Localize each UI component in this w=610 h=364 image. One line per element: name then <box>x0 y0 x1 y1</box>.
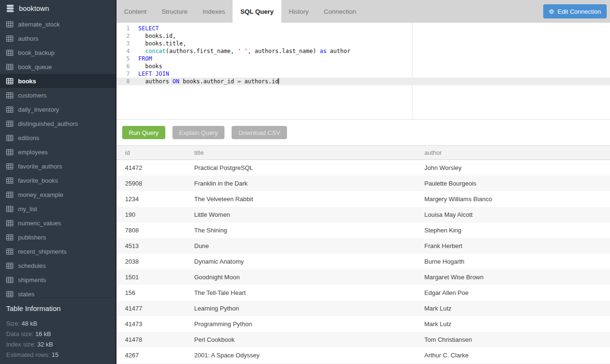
sidebar-item-shipments[interactable]: shipments <box>0 273 116 287</box>
tab-indexes[interactable]: Indexes <box>195 0 233 23</box>
sidebar-item-book-backup[interactable]: book_backup <box>0 45 116 60</box>
tab-content[interactable]: Content <box>117 0 154 23</box>
download-csv-button[interactable]: Download CSV <box>232 126 287 139</box>
table-row[interactable]: 1501Goodnight MoonMargaret Wise Brown <box>117 269 610 285</box>
sql-token: books.author_id <box>179 78 238 85</box>
table-cell[interactable]: 156 <box>117 285 186 301</box>
database-header[interactable]: booktown <box>0 0 116 17</box>
sidebar-item-customers[interactable]: customers <box>0 88 116 102</box>
table-cell[interactable]: 2038 <box>117 254 186 269</box>
table-cell[interactable]: Perl Cookbook <box>186 332 416 347</box>
table-name-label: daily_inventory <box>18 106 59 113</box>
tab-connection[interactable]: Connection <box>316 0 364 23</box>
results-area: idtitleauthor 41472Practical PostgreSQLJ… <box>117 145 610 364</box>
table-cell[interactable]: The Velveteen Rabbit <box>186 191 416 207</box>
table-cell[interactable]: 41472 <box>117 160 186 176</box>
table-cell[interactable]: The Shining <box>186 222 416 238</box>
explain-query-button[interactable]: Explain Query <box>172 126 224 139</box>
table-name-label: books <box>18 78 36 85</box>
sidebar-item-book-queue[interactable]: book_queue <box>0 60 116 74</box>
table-row[interactable]: 41478Perl CookbookTom Christiansen <box>117 332 610 347</box>
sidebar-item-employees[interactable]: employees <box>0 145 116 159</box>
table-cell[interactable]: John Worsley <box>416 160 610 176</box>
table-cell[interactable]: Margery Williams Bianco <box>416 191 610 207</box>
table-cell[interactable]: Franklin in the Dark <box>186 176 416 191</box>
table-info-stat-index-size-: Index size: 32 kB <box>6 339 109 350</box>
table-name-label: employees <box>18 149 48 156</box>
table-row[interactable]: 42672001: A Space OdysseyArthur C. Clark… <box>117 347 610 363</box>
table-cell[interactable]: Frank Herbert <box>416 238 610 254</box>
table-cell[interactable]: Stephen King <box>416 222 610 238</box>
table-cell[interactable]: 41477 <box>117 301 186 316</box>
table-cell[interactable]: Practical PostgreSQL <box>186 160 416 176</box>
sidebar-item-money-example[interactable]: money_example <box>0 187 116 202</box>
sql-editor[interactable]: 1SELECT2 books.id,3 books.title,4 concat… <box>117 23 610 120</box>
table-cell[interactable]: 41478 <box>117 332 186 347</box>
table-cell[interactable]: The Tell-Tale Heart <box>186 285 416 301</box>
sidebar-item-editions[interactable]: editions <box>0 131 116 145</box>
edit-connection-label: Edit Connection <box>557 8 601 15</box>
table-row[interactable]: 190Little WomenLouisa May Alcott <box>117 207 610 222</box>
table-cell[interactable]: Edgar Allen Poe <box>416 285 610 301</box>
table-cell[interactable]: 7808 <box>117 222 186 238</box>
run-query-button[interactable]: Run Query <box>122 126 165 139</box>
table-cell[interactable]: 41473 <box>117 316 186 332</box>
table-row[interactable]: 1234The Velveteen RabbitMargery Williams… <box>117 191 610 207</box>
table-cell[interactable]: Dynamic Anatomy <box>186 254 416 269</box>
sidebar-item-daily-inventory[interactable]: daily_inventory <box>0 102 116 116</box>
line-number: 7 <box>117 70 130 78</box>
tabs: ContentStructureIndexesSQL QueryHistoryC… <box>117 0 364 23</box>
table-row[interactable]: 7808The ShiningStephen King <box>117 222 610 238</box>
table-row[interactable]: 4513DuneFrank Herbert <box>117 238 610 254</box>
table-cell[interactable]: 4513 <box>117 238 186 254</box>
table-cell[interactable]: 25908 <box>117 176 186 191</box>
code-text: books.title, <box>138 40 186 47</box>
table-cell[interactable]: Mark Lutz <box>416 316 610 332</box>
table-cell[interactable]: Paulette Bourgeois <box>416 176 610 191</box>
stat-label: Index size: <box>6 341 36 348</box>
tab-bar-spacer <box>364 0 543 23</box>
sidebar-item-alternate-stock[interactable]: alternate_stock <box>0 17 116 31</box>
table-cell[interactable]: 4267 <box>117 347 186 363</box>
table-cell[interactable]: Burne Hogarth <box>416 254 610 269</box>
sidebar-item-recent-shipments[interactable]: recent_shipments <box>0 244 116 258</box>
table-cell[interactable]: Dune <box>186 238 416 254</box>
tab-sql-query[interactable]: SQL Query <box>233 0 281 23</box>
sidebar-item-distinguished-authors[interactable]: distinguished_authors <box>0 116 116 131</box>
table-cell[interactable]: 2001: A Space Odyssey <box>186 347 416 363</box>
table-row[interactable]: 25908Franklin in the DarkPaulette Bourge… <box>117 176 610 191</box>
sidebar-item-favorite-authors[interactable]: favorite_authors <box>0 159 116 173</box>
table-row[interactable]: 156The Tell-Tale HeartEdgar Allen Poe <box>117 285 610 301</box>
edit-connection-button[interactable]: ⚙ Edit Connection <box>543 4 607 18</box>
tab-history[interactable]: History <box>281 0 316 23</box>
table-row[interactable]: 41473Programming PythonMark Lutz <box>117 316 610 332</box>
sidebar-item-authors[interactable]: authors <box>0 31 116 45</box>
table-cell[interactable]: Mark Lutz <box>416 301 610 316</box>
table-cell[interactable]: Little Women <box>186 207 416 222</box>
table-cell[interactable]: Margaret Wise Brown <box>416 269 610 285</box>
sidebar-item-books[interactable]: books <box>0 74 116 88</box>
sidebar-item-publishers[interactable]: publishers <box>0 230 116 244</box>
table-cell[interactable]: Learning Python <box>186 301 416 316</box>
sql-token: LEFT JOIN <box>138 71 169 77</box>
table-cell[interactable]: 1234 <box>117 191 186 207</box>
table-cell[interactable]: Arthur C. Clarke <box>416 347 610 363</box>
table-name-label: schedules <box>18 262 46 269</box>
sidebar-item-numeric-values[interactable]: numeric_values <box>0 216 116 230</box>
table-cell[interactable]: Goodnight Moon <box>186 269 416 285</box>
table-name-label: favorite_books <box>18 177 58 184</box>
tab-structure[interactable]: Structure <box>154 0 195 23</box>
sidebar-item-my-list[interactable]: my_list <box>0 202 116 216</box>
sidebar-item-favorite-books[interactable]: favorite_books <box>0 173 116 187</box>
table-cell[interactable]: Louisa May Alcott <box>416 207 610 222</box>
table-cell[interactable]: 1501 <box>117 269 186 285</box>
table-row[interactable]: 2038Dynamic AnatomyBurne Hogarth <box>117 254 610 269</box>
line-number: 6 <box>117 62 130 70</box>
table-cell[interactable]: 190 <box>117 207 186 222</box>
table-cell[interactable]: Programming Python <box>186 316 416 332</box>
sidebar-item-schedules[interactable]: schedules <box>0 258 116 273</box>
table-cell[interactable]: Tom Christiansen <box>416 332 610 347</box>
table-row[interactable]: 41472Practical PostgreSQLJohn Worsley <box>117 160 610 176</box>
sidebar-item-states[interactable]: states <box>0 287 116 297</box>
table-row[interactable]: 41477Learning PythonMark Lutz <box>117 301 610 316</box>
